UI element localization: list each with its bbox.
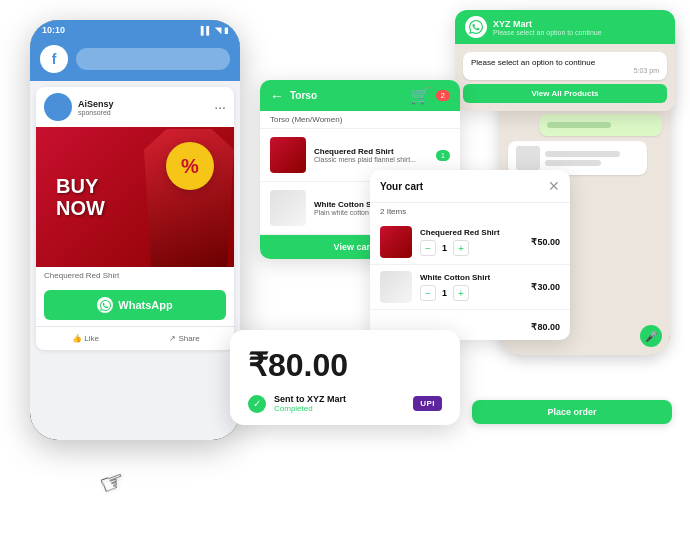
catalog-header: ← Torso 🛒 2 <box>260 80 460 111</box>
like-action[interactable]: 👍 Like <box>36 331 135 346</box>
fb-search-bar <box>76 48 230 70</box>
chat-subtitle: Please select an option to continue <box>493 29 602 36</box>
whatsapp-chat-icon <box>465 16 487 38</box>
close-icon[interactable]: ✕ <box>548 178 560 194</box>
item1-thumbnail <box>270 137 306 173</box>
ad-profile-info: AiSensy sponsored <box>78 99 208 116</box>
ad-profile-name: AiSensy <box>78 99 208 109</box>
cart-item2-name: White Cotton Shirt <box>420 273 523 282</box>
cart-item2-info: White Cotton Shirt − 1 + <box>420 273 523 301</box>
decrement-qty-button[interactable]: − <box>420 240 436 256</box>
facebook-logo-icon: f <box>40 45 68 73</box>
ad-card: AiSensy sponsored ··· BUY NOW % <box>36 87 234 350</box>
left-phone: 10:10 ▌▌◥▮ f AiSensy sponsored ··· <box>30 20 240 440</box>
item1-name: Chequered Red Shirt <box>314 147 428 156</box>
status-icons: ▌▌◥▮ <box>201 26 228 35</box>
item1-qty: 1 <box>436 150 450 161</box>
sent-to-label: Sent to XYZ Mart <box>274 394 405 404</box>
chat-header-info: XYZ Mart Please select an option to cont… <box>493 19 602 36</box>
item1-info: Chequered Red Shirt Classic mens plaid f… <box>314 147 428 163</box>
ad-actions-bar: 👍 Like ↗ Share <box>36 326 234 350</box>
cart-total: ₹80.00 <box>531 322 560 332</box>
place-order-button[interactable]: Place order <box>472 400 672 424</box>
payment-status: ✓ Sent to XYZ Mart Completed UPI <box>248 394 442 413</box>
cart-item-2: White Cotton Shirt − 1 + ₹30.00 <box>370 265 570 310</box>
chat-body: Please select an option to continue 5:03… <box>455 44 675 111</box>
payment-amount: ₹80.00 <box>248 346 442 384</box>
view-products-button[interactable]: View All Products <box>463 84 667 103</box>
cart-item1-price: ₹50.00 <box>531 237 560 247</box>
back-arrow-icon[interactable]: ← <box>270 88 284 104</box>
qty-value: 1 <box>442 243 447 253</box>
cart-item2-price: ₹30.00 <box>531 282 560 292</box>
item2-thumbnail <box>270 190 306 226</box>
whatsapp-button-label: WhatsApp <box>118 299 172 311</box>
share-action[interactable]: ↗ Share <box>135 331 234 346</box>
cart-item1-qty-controls: − 1 + <box>420 240 523 256</box>
ad-sponsored-label: sponsored <box>78 109 208 116</box>
chat-message-text: Please select an option to continue <box>471 58 659 67</box>
cart-item1-thumbnail <box>380 226 412 258</box>
cart-item1-name: Chequered Red Shirt <box>420 228 523 237</box>
cursor-hand-icon: ☞ <box>95 463 130 503</box>
decrement-qty-button-2[interactable]: − <box>420 285 436 301</box>
cart-item-count: 2 Items <box>370 203 570 220</box>
catalog-title: Torso <box>290 90 404 101</box>
whatsapp-chat-overlay: XYZ Mart Please select an option to cont… <box>455 10 675 111</box>
upi-logo: UPI <box>413 396 442 411</box>
qty-value-2: 1 <box>442 288 447 298</box>
cart-item2-qty-controls: − 1 + <box>420 285 523 301</box>
cart-icon[interactable]: 🛒 <box>410 86 430 105</box>
catalog-subtitle: Torso (Men/Women) <box>260 111 460 129</box>
payment-status-text: Sent to XYZ Mart Completed <box>274 394 405 413</box>
chat-message-bubble: Please select an option to continue 5:03… <box>463 52 667 80</box>
buy-now-text: BUY NOW <box>46 165 115 229</box>
like-icon: 👍 <box>72 334 84 343</box>
status-time: 10:10 <box>42 25 65 35</box>
status-check-icon: ✓ <box>248 395 266 413</box>
cart-title: Your cart <box>380 181 423 192</box>
status-bar: 10:10 ▌▌◥▮ <box>30 20 240 39</box>
payment-panel: ₹80.00 ✓ Sent to XYZ Mart Completed UPI <box>230 330 460 425</box>
cart-item1-info: Chequered Red Shirt − 1 + <box>420 228 523 256</box>
cart-panel: Your cart ✕ 2 Items Chequered Red Shirt … <box>370 170 570 340</box>
ad-caption: Chequered Red Shirt <box>36 267 234 284</box>
cart-header: Your cart ✕ <box>370 170 570 203</box>
increment-qty-button[interactable]: + <box>453 240 469 256</box>
cart-count-badge: 2 <box>436 90 450 101</box>
whatsapp-icon <box>97 297 113 313</box>
more-options-icon[interactable]: ··· <box>214 99 226 115</box>
discount-badge: % <box>166 142 214 190</box>
fb-header: f <box>30 39 240 81</box>
status-completed-label: Completed <box>274 404 405 413</box>
chat-shop-name: XYZ Mart <box>493 19 602 29</box>
chat-time: 5:03 pm <box>471 67 659 74</box>
increment-qty-button-2[interactable]: + <box>453 285 469 301</box>
ad-image: BUY NOW % <box>36 127 234 267</box>
cart-item-1: Chequered Red Shirt − 1 + ₹50.00 <box>370 220 570 265</box>
chat-header: XYZ Mart Please select an option to cont… <box>455 10 675 44</box>
avatar <box>44 93 72 121</box>
item1-desc: Classic mens plaid flannel shirt... <box>314 156 428 163</box>
whatsapp-button[interactable]: WhatsApp <box>44 290 226 320</box>
cart-item2-thumbnail <box>380 271 412 303</box>
